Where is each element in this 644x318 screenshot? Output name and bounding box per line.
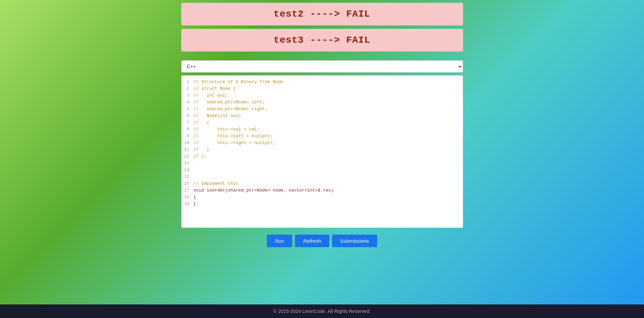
line-content: void inorder(shared_ptr<Node> node, vect…	[194, 188, 334, 193]
line-number: 7	[182, 120, 194, 125]
code-line: 14	[182, 167, 463, 174]
line-content: // this->val = val;	[194, 127, 260, 132]
line-number: 12	[182, 154, 194, 159]
line-number: 6	[182, 113, 194, 118]
run-button[interactable]: Run	[267, 235, 293, 247]
line-number: 19	[182, 201, 194, 206]
code-line: 18{	[182, 194, 463, 201]
line-content: // {	[194, 120, 209, 125]
main-container: test2 ----> FAILtest3 ----> FAIL C++Pyth…	[181, 0, 463, 267]
code-line: 3// int val;	[182, 93, 463, 99]
line-content: // Implement this	[194, 181, 239, 186]
line-content: // Node(int val)	[194, 113, 241, 118]
code-line: 5// shared_ptr<Node> right;	[182, 106, 463, 113]
line-number: 17	[182, 188, 194, 193]
refresh-button[interactable]: Refresh	[295, 235, 329, 247]
test-result-bar: test2 ----> FAIL	[181, 3, 463, 25]
line-number: 16	[182, 181, 194, 186]
line-content: // struct Node {	[194, 86, 236, 91]
line-number: 9	[182, 134, 194, 139]
buttons-row: Run Refresh Submissions	[267, 235, 377, 247]
line-content: // shared_ptr<Node> right;	[194, 106, 268, 112]
footer-text: © 2023-2024 LinnnCode. All Rights Reserv…	[273, 309, 371, 314]
line-number: 8	[182, 127, 194, 132]
line-number: 4	[182, 100, 194, 105]
line-content: // this->left = nullptr;	[194, 134, 273, 139]
line-number: 11	[182, 147, 194, 152]
code-editor[interactable]: 1// Structure of a Binary Tree Node2// s…	[181, 75, 463, 228]
code-line: 13	[182, 160, 463, 167]
code-line: 7// {	[182, 120, 463, 126]
line-number: 10	[182, 140, 194, 145]
language-selector[interactable]: C++PythonJavaJavaScript	[181, 60, 463, 73]
code-line: 12// };	[182, 154, 463, 160]
code-line: 9// this->left = nullptr;	[182, 133, 463, 140]
line-content: // }	[194, 147, 209, 152]
line-content: // };	[194, 154, 207, 159]
test-result-bar: test3 ----> FAIL	[181, 29, 463, 52]
line-content: // shared_ptr<Node> left;	[194, 100, 265, 105]
line-number: 5	[182, 106, 194, 112]
line-content: // this->right = nullptr;	[194, 140, 276, 145]
code-line: 15	[182, 174, 463, 181]
code-line: 6// Node(int val)	[182, 113, 463, 120]
line-content: }	[194, 201, 196, 206]
line-number: 15	[182, 174, 194, 179]
line-number: 2	[182, 86, 194, 91]
test-results-container: test2 ----> FAILtest3 ----> FAIL	[181, 3, 463, 55]
code-line: 4// shared_ptr<Node> left;	[182, 99, 463, 106]
line-number: 14	[182, 167, 194, 173]
line-content: // int val;	[194, 93, 228, 98]
code-line: 19}	[182, 201, 463, 208]
code-line: 8// this->val = val;	[182, 126, 463, 133]
code-line: 11// }	[182, 147, 463, 154]
code-line: 2// struct Node {	[182, 86, 463, 93]
line-content: {	[194, 195, 196, 200]
line-number: 13	[182, 161, 194, 166]
line-content: // Structure of a Binary Tree Node	[194, 79, 283, 84]
submissions-button[interactable]: Submissions	[332, 235, 377, 247]
line-number: 18	[182, 195, 194, 200]
footer: © 2023-2024 LinnnCode. All Rights Reserv…	[0, 304, 644, 318]
code-line: 16// Implement this	[182, 181, 463, 187]
language-selector-wrapper: C++PythonJavaJavaScript	[181, 60, 463, 73]
line-number: 1	[182, 79, 194, 84]
line-number: 3	[182, 93, 194, 98]
code-line: 1// Structure of a Binary Tree Node	[182, 79, 463, 86]
code-line: 17void inorder(shared_ptr<Node> node, ve…	[182, 187, 463, 194]
code-line: 10// this->right = nullptr;	[182, 140, 463, 147]
